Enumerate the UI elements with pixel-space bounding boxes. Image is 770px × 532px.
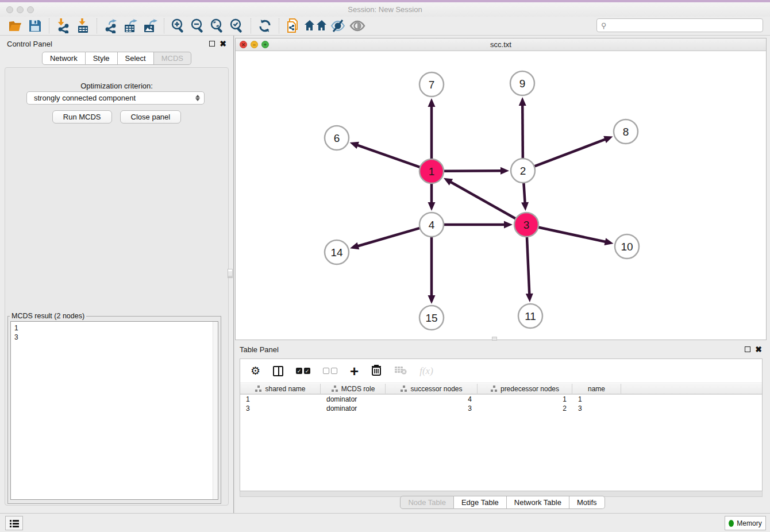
graph-node-label-1: 1 (429, 165, 435, 178)
network-window-titlebar[interactable]: ✕ − + scc.txt (236, 38, 766, 51)
float-table-panel-icon[interactable] (745, 346, 750, 352)
table-cell[interactable]: 1 (478, 395, 572, 403)
memory-label: Memory (737, 519, 761, 527)
tab-style[interactable]: Style (86, 52, 118, 65)
column-header-predecessor-nodes[interactable]: predecessor nodes (478, 384, 572, 394)
home-icon[interactable] (303, 18, 328, 34)
zoom-fit-icon[interactable] (207, 18, 227, 34)
export-network-icon[interactable] (101, 18, 121, 34)
float-panel-icon[interactable] (209, 41, 215, 47)
search-input[interactable] (609, 21, 763, 29)
run-mcds-button[interactable]: Run MCDS (52, 110, 112, 124)
edge-2-9[interactable] (522, 103, 523, 159)
edge-3-11[interactable] (527, 237, 530, 296)
toolbar-separator (97, 18, 97, 33)
edge-arrowhead (603, 136, 613, 143)
tab-motifs[interactable]: Motifs (569, 496, 605, 509)
edge-1-2[interactable] (444, 171, 503, 171)
hide-graphics-details-icon[interactable] (328, 18, 348, 34)
column-header-successor-nodes[interactable]: successor nodes (386, 384, 478, 394)
edge-3-10[interactable] (538, 227, 607, 242)
edge-2-8[interactable] (534, 138, 607, 166)
graph-node-label-6: 6 (334, 132, 340, 144)
graph-node-label-8: 8 (623, 126, 629, 138)
criterion-select[interactable]: strongly connected component (26, 91, 205, 105)
import-table-icon[interactable] (73, 18, 93, 34)
graph-node-label-15: 15 (425, 312, 437, 324)
graph-node-label-14: 14 (330, 246, 343, 259)
save-session-icon[interactable] (25, 18, 45, 34)
table-cell[interactable]: 4 (386, 395, 478, 403)
network-canvas[interactable]: 1234678910111415 (236, 51, 766, 340)
horizontal-splitter-grip[interactable] (492, 337, 497, 341)
show-hide-icon[interactable] (348, 18, 367, 34)
table-cell[interactable]: 1 (572, 395, 621, 403)
memory-button[interactable]: Memory (725, 516, 766, 530)
node-table-container: ⚙ ✓✓ + f(x) shared nameMCDS rolesuccesso… (240, 358, 763, 491)
column-header-shared-name[interactable]: shared name (240, 384, 321, 394)
graph-node-label-9: 9 (519, 78, 526, 90)
control-panel: Control Panel ✖ NetworkStyleSelectMCDS O… (0, 36, 233, 513)
edge-1-6[interactable] (356, 145, 420, 167)
edge-arrowhead (428, 98, 436, 107)
zoom-out-icon[interactable] (188, 18, 207, 34)
table-cell[interactable]: dominator (321, 395, 386, 403)
table-tabs: Node TableEdge TableNetwork TableMotifs (235, 496, 770, 509)
splitter-grip[interactable] (228, 269, 233, 278)
add-column-icon[interactable]: + (350, 365, 359, 377)
export-image-icon[interactable] (140, 18, 160, 34)
tab-node-table[interactable]: Node Table (400, 496, 454, 509)
hierarchy-icon (255, 385, 262, 392)
delete-table-icon (394, 365, 407, 377)
toolbar-separator (164, 18, 164, 33)
table-cell[interactable]: 3 (386, 404, 478, 413)
edge-2-3[interactable] (523, 183, 525, 205)
column-header-name[interactable]: name (572, 384, 621, 394)
table-panel-title: Table Panel (240, 345, 279, 354)
settings-icon[interactable]: ⚙ (251, 364, 260, 377)
table-cell[interactable]: 3 (572, 404, 621, 413)
tab-network-table[interactable]: Network Table (507, 496, 569, 509)
search-box[interactable]: ⚲ (596, 18, 763, 32)
titlebar: Session: New Session (0, 2, 770, 17)
edge-arrowhead (526, 294, 533, 302)
close-table-panel-icon[interactable]: ✖ (755, 346, 762, 352)
deselect-all-icon[interactable] (323, 368, 337, 374)
tab-select[interactable]: Select (118, 52, 154, 65)
tab-mcds[interactable]: MCDS (154, 52, 191, 65)
tab-network[interactable]: Network (42, 52, 86, 65)
table-row[interactable]: 3dominator323 (240, 404, 762, 413)
edge-3-1[interactable] (449, 181, 515, 219)
table-cell[interactable]: 2 (478, 404, 572, 413)
window-title: Session: New Session (0, 5, 770, 14)
column-header-MCDS-role[interactable]: MCDS role (321, 384, 386, 394)
edge-arrowhead (504, 221, 513, 229)
zoom-in-icon[interactable] (168, 18, 188, 34)
clone-network-icon[interactable] (283, 18, 303, 34)
delete-column-icon[interactable] (371, 364, 382, 378)
zoom-selected-icon[interactable] (227, 18, 247, 34)
memory-status-icon (729, 520, 734, 527)
export-table-icon[interactable] (121, 18, 140, 34)
result-scrollbar[interactable] (213, 322, 218, 499)
table-cell[interactable]: dominator (321, 404, 386, 413)
select-all-icon[interactable]: ✓✓ (296, 368, 310, 374)
hierarchy-icon (400, 385, 407, 392)
table-row[interactable]: 1dominator411 (240, 395, 762, 404)
close-panel-button[interactable]: Close panel (120, 110, 182, 124)
task-history-button[interactable] (5, 516, 23, 530)
refresh-view-icon[interactable] (255, 18, 275, 34)
search-icon: ⚲ (601, 21, 607, 30)
import-network-icon[interactable] (53, 18, 73, 34)
main-toolbar: ⚲ (0, 17, 770, 36)
tab-edge-table[interactable]: Edge Table (454, 496, 507, 509)
open-session-icon[interactable] (6, 18, 25, 34)
table-cell[interactable]: 3 (240, 404, 321, 413)
edge-4-14[interactable] (356, 228, 420, 246)
close-panel-icon[interactable]: ✖ (220, 41, 226, 47)
network-window-title: scc.txt (236, 40, 766, 49)
table-cell[interactable]: 1 (240, 395, 321, 403)
edge-arrowhead (350, 142, 359, 149)
split-view-icon[interactable] (273, 366, 283, 376)
optimization-criterion-label: Optimization criterion: (5, 82, 228, 90)
